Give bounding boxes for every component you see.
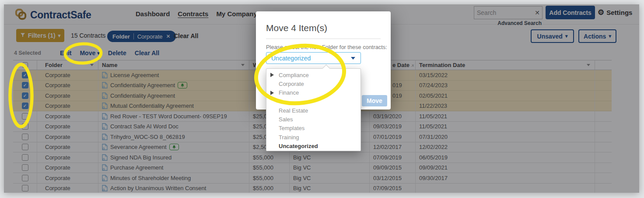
modal-instruction: Please select the new Folder for these c… bbox=[266, 44, 387, 50]
folder-option-finance[interactable]: Finance bbox=[266, 88, 360, 97]
expand-arrow-icon[interactable] bbox=[270, 91, 274, 95]
folder-option-training[interactable]: Training bbox=[266, 133, 360, 141]
folder-option-uncategorized[interactable]: Uncategorized bbox=[266, 141, 360, 150]
folder-option-label: Sales bbox=[279, 116, 293, 123]
modal-title: Move 4 Item(s) bbox=[266, 23, 327, 33]
folder-dropdown-panel: ComplianceCorporateFinanceReal EstateSal… bbox=[266, 68, 361, 151]
select-caret-icon bbox=[351, 57, 355, 60]
screenshot-frame: ContractSafe DashboardContractsMy Compan… bbox=[0, 0, 644, 198]
move-confirm-button[interactable]: Move bbox=[362, 95, 387, 106]
folder-option-label: Corporate bbox=[279, 81, 304, 87]
folder-option-label: Training bbox=[279, 134, 299, 141]
folder-option-label: Compliance bbox=[279, 72, 309, 78]
folder-option-compliance[interactable]: Compliance bbox=[266, 71, 360, 79]
modal-divider bbox=[266, 39, 381, 39]
folder-option-label: Finance bbox=[279, 89, 299, 96]
folder-select[interactable]: Uncategorized bbox=[266, 52, 361, 64]
folder-option-obscured[interactable] bbox=[266, 97, 360, 106]
expand-arrow-icon[interactable] bbox=[270, 73, 274, 77]
folder-option-corporate[interactable]: Corporate bbox=[266, 79, 360, 88]
folder-option-label: Real Estate bbox=[279, 107, 308, 114]
folder-option-templates[interactable]: Templates bbox=[266, 124, 360, 133]
folder-options-list: ComplianceCorporateFinanceReal EstateSal… bbox=[266, 71, 360, 151]
folder-option-real-estate[interactable]: Real Estate bbox=[266, 106, 360, 115]
folder-option-sales[interactable]: Sales bbox=[266, 115, 360, 124]
folder-option-label: Templates bbox=[279, 125, 304, 131]
folder-select-value: Uncategorized bbox=[266, 55, 351, 62]
folder-option-label: Uncategorized bbox=[279, 143, 318, 149]
